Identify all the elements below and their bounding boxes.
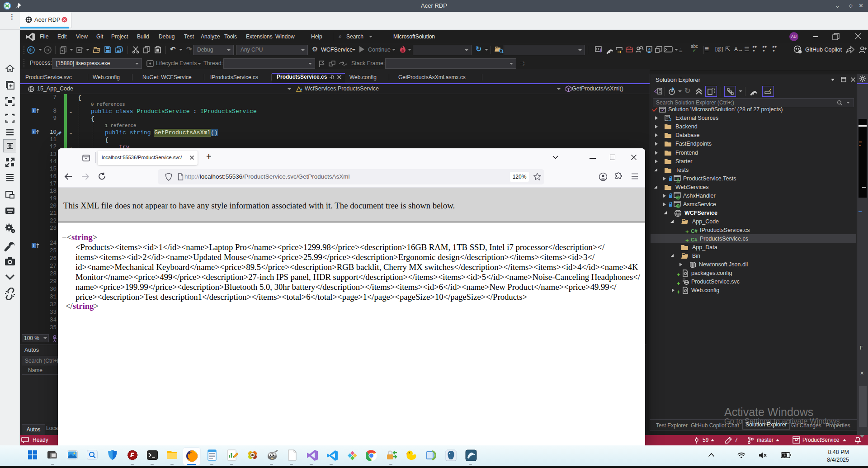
svg-text:I: I: [33, 130, 34, 134]
svg-text:I: I: [33, 109, 34, 113]
svg-text:I: I: [33, 243, 34, 248]
